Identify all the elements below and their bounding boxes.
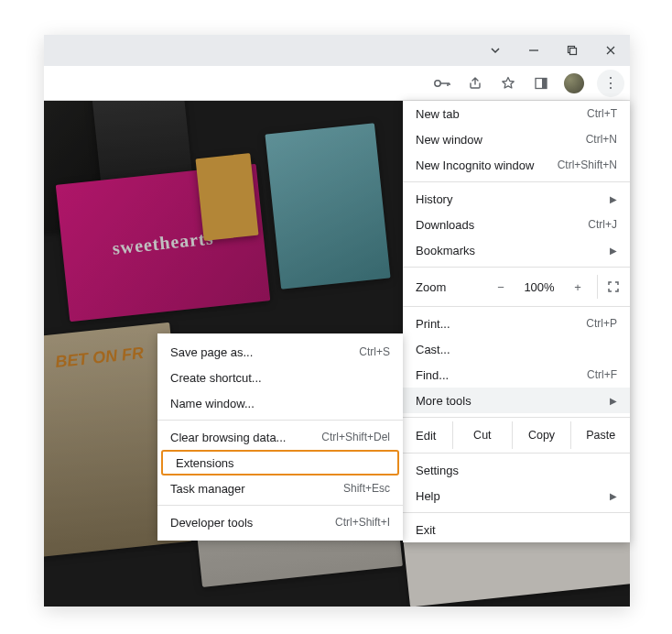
chevron-right-icon: ▶ — [610, 491, 617, 501]
menu-item-label: Clear browsing data... — [170, 431, 286, 444]
submenu-extensions[interactable]: Extensions — [161, 450, 399, 476]
zoom-in-button[interactable]: + — [568, 280, 588, 294]
minimize-button[interactable] — [522, 38, 546, 62]
menu-downloads[interactable]: Downloads Ctrl+J — [403, 212, 630, 237]
menu-new-window[interactable]: New window Ctrl+N — [403, 126, 630, 152]
menu-button[interactable]: ⋮ — [597, 70, 624, 97]
separator — [157, 505, 403, 506]
menu-new-tab[interactable]: New tab Ctrl+T — [403, 101, 630, 126]
separator — [403, 417, 630, 418]
menu-item-label: Settings — [416, 464, 459, 477]
main-menu: New tab Ctrl+T New window Ctrl+N New Inc… — [403, 101, 630, 542]
submenu-create-shortcut[interactable]: Create shortcut... — [157, 365, 403, 390]
chevron-right-icon: ▶ — [610, 246, 617, 256]
submenu-task-manager[interactable]: Task manager Shift+Esc — [157, 476, 403, 501]
menu-item-label: Print... — [416, 317, 450, 331]
key-icon[interactable] — [432, 73, 452, 93]
menu-shortcut: Shift+Esc — [343, 482, 390, 495]
menu-item-label: Task manager — [170, 482, 245, 496]
close-button[interactable] — [599, 38, 623, 62]
copy-button[interactable]: Copy — [512, 421, 571, 449]
svg-rect-1 — [570, 49, 577, 55]
menu-help[interactable]: Help ▶ — [403, 483, 630, 508]
menu-shortcut: Ctrl+Shift+N — [558, 158, 617, 171]
menu-item-label: Create shortcut... — [170, 371, 262, 385]
paste-button[interactable]: Paste — [570, 421, 630, 449]
share-icon[interactable] — [465, 73, 485, 93]
edit-label: Edit — [416, 429, 452, 443]
browser-window: ⋮ sweethearts BET ON FR FURIOZ New tab C… — [44, 35, 630, 607]
menu-item-label: Find... — [416, 368, 449, 382]
menu-new-incognito[interactable]: New Incognito window Ctrl+Shift+N — [403, 152, 630, 178]
menu-item-label: More tools — [416, 394, 471, 408]
separator — [403, 181, 630, 182]
fullscreen-button[interactable] — [597, 275, 621, 299]
menu-shortcut: Ctrl+Shift+I — [335, 516, 390, 529]
menu-item-label: Help — [416, 489, 440, 503]
menu-more-tools[interactable]: More tools ▶ — [403, 388, 630, 413]
tab-dropdown-icon[interactable] — [483, 38, 507, 62]
sidepanel-icon[interactable] — [531, 73, 551, 93]
svg-rect-4 — [542, 78, 547, 88]
avatar[interactable] — [564, 73, 584, 93]
menu-bookmarks[interactable]: Bookmarks ▶ — [403, 237, 630, 263]
menu-shortcut: Ctrl+T — [587, 107, 617, 120]
menu-item-label: Cast... — [416, 343, 450, 356]
separator — [403, 267, 630, 268]
toolbar: ⋮ — [44, 66, 630, 101]
svg-point-2 — [435, 80, 440, 85]
menu-item-label: Developer tools — [170, 516, 253, 530]
menu-exit[interactable]: Exit — [403, 517, 630, 542]
menu-shortcut: Ctrl+Shift+Del — [321, 431, 390, 443]
menu-find[interactable]: Find... Ctrl+F — [403, 362, 630, 388]
separator — [403, 306, 630, 307]
menu-shortcut: Ctrl+N — [586, 133, 617, 146]
separator — [403, 453, 630, 454]
chevron-right-icon: ▶ — [610, 194, 617, 204]
more-tools-submenu: Save page as... Ctrl+S Create shortcut..… — [157, 333, 403, 541]
menu-item-label: Bookmarks — [416, 244, 475, 257]
separator — [157, 420, 403, 421]
zoom-value: 100% — [520, 280, 558, 294]
menu-item-label: History — [416, 192, 452, 206]
menu-cast[interactable]: Cast... — [403, 336, 630, 362]
menu-item-label: New tab — [416, 107, 460, 121]
menu-item-label: Name window... — [170, 397, 255, 410]
submenu-name-window[interactable]: Name window... — [157, 390, 403, 416]
menu-item-label: New Incognito window — [416, 158, 534, 172]
maximize-button[interactable] — [560, 38, 584, 62]
menu-shortcut: Ctrl+F — [587, 368, 617, 381]
menu-shortcut: Ctrl+J — [588, 218, 617, 231]
menu-zoom: Zoom − 100% + — [403, 271, 630, 302]
submenu-developer-tools[interactable]: Developer tools Ctrl+Shift+I — [157, 509, 403, 535]
chevron-right-icon: ▶ — [610, 396, 617, 406]
separator — [403, 512, 630, 513]
submenu-clear-browsing-data[interactable]: Clear browsing data... Ctrl+Shift+Del — [157, 424, 403, 450]
menu-print[interactable]: Print... Ctrl+P — [403, 311, 630, 336]
star-icon[interactable] — [498, 73, 518, 93]
menu-history[interactable]: History ▶ — [403, 186, 630, 212]
menu-item-label: Downloads — [416, 218, 474, 232]
menu-settings[interactable]: Settings — [403, 457, 630, 483]
menu-shortcut: Ctrl+P — [586, 317, 617, 330]
menu-item-label: Extensions — [176, 456, 234, 470]
menu-item-label: Exit — [416, 523, 436, 537]
titlebar — [44, 35, 630, 66]
menu-edit: Edit Cut Copy Paste — [403, 421, 630, 449]
cut-button[interactable]: Cut — [452, 421, 512, 449]
menu-item-label: New window — [416, 133, 482, 147]
zoom-label: Zoom — [416, 280, 446, 294]
menu-shortcut: Ctrl+S — [359, 345, 390, 358]
zoom-out-button[interactable]: − — [491, 280, 511, 294]
submenu-save-page[interactable]: Save page as... Ctrl+S — [157, 339, 403, 365]
menu-item-label: Save page as... — [170, 345, 253, 359]
